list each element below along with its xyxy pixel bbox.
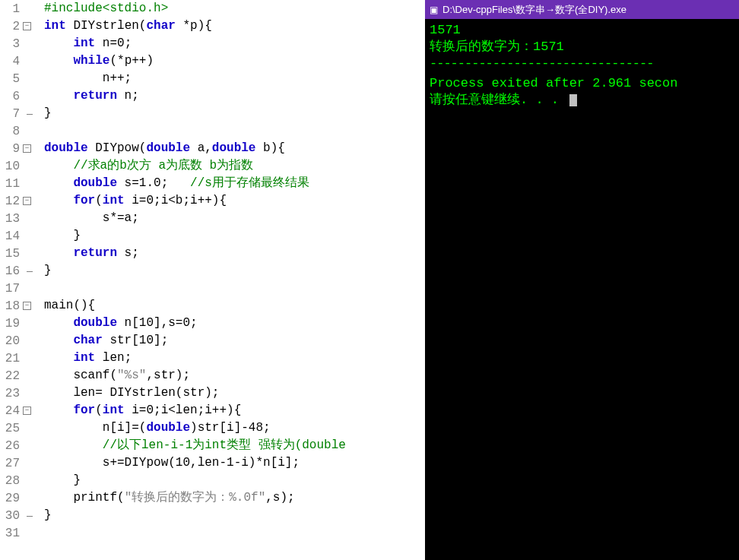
code-line[interactable]: main(){ bbox=[44, 297, 425, 315]
code-line[interactable]: n[i]=(double)str[i]-48; bbox=[44, 419, 425, 437]
line-number: 2 bbox=[0, 20, 23, 33]
terminal-titlebar[interactable]: ▣ D:\Dev-cppFiles\数字串→数字(全DIY).exe bbox=[425, 0, 739, 19]
line-number: 25 bbox=[0, 422, 23, 435]
code-line[interactable]: len= DIYstrlen(str); bbox=[44, 384, 425, 402]
code-line[interactable] bbox=[44, 122, 425, 140]
cursor-icon bbox=[569, 94, 577, 106]
code-line[interactable]: int DIYstrlen(char *p){ bbox=[44, 17, 425, 35]
line-number: 9 bbox=[0, 142, 23, 156]
terminal-icon: ▣ bbox=[430, 5, 438, 15]
line-number: 27 bbox=[0, 457, 23, 470]
line-number: 26 bbox=[0, 439, 23, 453]
fold-toggle-icon[interactable]: − bbox=[23, 197, 31, 205]
line-number: 4 bbox=[0, 55, 23, 68]
code-line[interactable]: #include<stdio.h> bbox=[44, 0, 425, 17]
line-number: 6 bbox=[0, 90, 23, 103]
code-line[interactable]: s*=a; bbox=[44, 210, 425, 227]
terminal-line: 转换后的数字为：1571 bbox=[430, 39, 734, 55]
fold-toggle-icon[interactable]: − bbox=[23, 302, 31, 310]
line-number: 22 bbox=[0, 369, 23, 383]
code-line[interactable]: } bbox=[44, 262, 425, 280]
code-line[interactable]: scanf("%s",str); bbox=[44, 367, 425, 384]
line-number: 7 bbox=[0, 107, 23, 121]
line-number: 17 bbox=[0, 282, 23, 296]
line-number: 21 bbox=[0, 352, 23, 365]
terminal-title-text: D:\Dev-cppFiles\数字串→数字(全DIY).exe bbox=[442, 3, 626, 17]
code-line[interactable]: while(*p++) bbox=[44, 52, 425, 70]
code-line[interactable]: n++; bbox=[44, 70, 425, 87]
line-number: 28 bbox=[0, 474, 23, 488]
line-number: 20 bbox=[0, 334, 23, 348]
code-line[interactable]: printf("转换后的数字为：%.0f",s); bbox=[44, 489, 425, 507]
line-number: 23 bbox=[0, 387, 23, 400]
line-number: 11 bbox=[0, 177, 23, 191]
line-number: 13 bbox=[0, 212, 23, 226]
line-number: 16 bbox=[0, 264, 23, 278]
code-line[interactable]: int n=0; bbox=[44, 35, 425, 52]
code-area[interactable]: #include<stdio.h>int DIYstrlen(char *p){… bbox=[44, 0, 425, 560]
line-number: 31 bbox=[0, 527, 23, 540]
code-line[interactable]: for(int i=0;i<b;i++){ bbox=[44, 192, 425, 210]
line-number: 29 bbox=[0, 492, 23, 505]
code-line[interactable]: return s; bbox=[44, 245, 425, 262]
terminal-line: Process exited after 2.961 secon bbox=[430, 75, 734, 92]
code-line[interactable]: //求a的b次方 a为底数 b为指数 bbox=[44, 157, 425, 175]
code-line[interactable]: char str[10]; bbox=[44, 332, 425, 350]
code-line[interactable] bbox=[44, 280, 425, 297]
code-line[interactable]: for(int i=0;i<len;i++){ bbox=[44, 402, 425, 419]
terminal-output[interactable]: 1571 转换后的数字为：1571 ----------------------… bbox=[425, 19, 739, 560]
fold-toggle-icon[interactable]: − bbox=[23, 144, 31, 153]
line-number: 14 bbox=[0, 229, 23, 243]
line-number: 24 bbox=[0, 404, 23, 418]
code-line[interactable] bbox=[44, 524, 425, 542]
code-line[interactable]: double DIYpow(double a,double b){ bbox=[44, 140, 425, 157]
fold-gutter[interactable]: − bbox=[23, 22, 44, 30]
line-number: 8 bbox=[0, 125, 23, 138]
code-line[interactable]: s+=DIYpow(10,len-1-i)*n[i]; bbox=[44, 454, 425, 472]
code-line[interactable]: } bbox=[44, 105, 425, 122]
fold-gutter[interactable]: − bbox=[23, 144, 44, 153]
code-line[interactable]: double n[10],s=0; bbox=[44, 315, 425, 332]
line-number: 10 bbox=[0, 160, 23, 173]
fold-gutter[interactable]: − bbox=[23, 197, 44, 205]
code-line[interactable]: double s=1.0; //s用于存储最终结果 bbox=[44, 175, 425, 192]
fold-toggle-icon[interactable]: − bbox=[23, 22, 31, 30]
line-number: 19 bbox=[0, 317, 23, 331]
terminal-line: 请按任意键继续. . . bbox=[430, 92, 734, 109]
line-number: 18 bbox=[0, 299, 23, 313]
line-number: 15 bbox=[0, 247, 23, 261]
code-editor[interactable]: 12−3456789−101112−131415161718−192021222… bbox=[0, 0, 425, 560]
code-line[interactable]: } bbox=[44, 227, 425, 245]
fold-gutter[interactable]: − bbox=[23, 302, 44, 310]
fold-toggle-icon[interactable]: − bbox=[23, 407, 31, 415]
gutter: 12−3456789−101112−131415161718−192021222… bbox=[0, 0, 44, 560]
code-line[interactable]: //以下len-i-1为int类型 强转为(double bbox=[44, 437, 425, 454]
fold-gutter[interactable]: − bbox=[23, 407, 44, 415]
terminal-divider: -------------------------------- bbox=[430, 55, 734, 72]
code-line[interactable]: int len; bbox=[44, 350, 425, 367]
code-line[interactable]: } bbox=[44, 507, 425, 524]
code-line[interactable]: return n; bbox=[44, 87, 425, 105]
line-number: 5 bbox=[0, 72, 23, 86]
code-line[interactable]: } bbox=[44, 472, 425, 489]
terminal-line: 1571 bbox=[430, 22, 734, 39]
terminal-window: ▣ D:\Dev-cppFiles\数字串→数字(全DIY).exe 1571 … bbox=[425, 0, 739, 560]
line-number: 1 bbox=[0, 2, 23, 16]
line-number: 3 bbox=[0, 37, 23, 51]
line-number: 30 bbox=[0, 509, 23, 523]
line-number: 12 bbox=[0, 195, 23, 208]
